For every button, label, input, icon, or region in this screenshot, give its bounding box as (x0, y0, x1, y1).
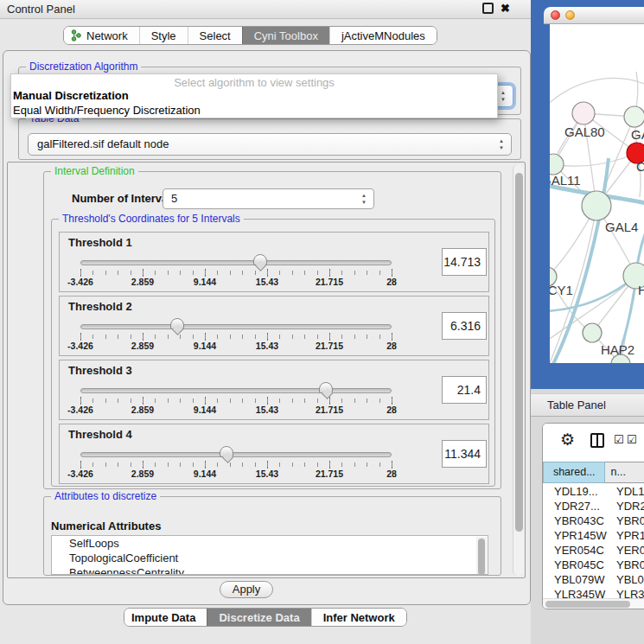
threshold-2-slider-track[interactable] (80, 324, 392, 329)
algorithm-dropdown-popup: Select algorithm to view settings Manual… (10, 73, 498, 118)
table-panel-title: Table Panel (547, 399, 606, 411)
tab-infer-network[interactable]: Infer Network (311, 609, 406, 626)
table-data-group: Table Data galFiltered.sif default node … (18, 118, 521, 160)
threshold-1-box: Threshold 1 -3.426 2.859 9.144 15.43 21.… (59, 232, 489, 292)
tab-jactivemnodules[interactable]: jActiveMNodules (329, 27, 437, 44)
network-icon (71, 29, 81, 41)
table-row[interactable]: YDR27...YDR2 (543, 499, 644, 513)
threshold-2-slider-thumb[interactable] (170, 318, 184, 329)
interval-definition-group: Interval Definition Number of Intervals … (43, 171, 501, 489)
table-panel-titlebar: Table Panel (531, 393, 644, 417)
node-label-partial: C (636, 159, 644, 174)
list-scrollbar[interactable] (476, 537, 487, 575)
threshold-3-slider-thumb[interactable] (319, 382, 333, 393)
threshold-4-box: Threshold 4 -3.426 2.859 9.144 15.43 21.… (59, 424, 489, 484)
threshold-4-slider-thumb[interactable] (220, 446, 233, 457)
numerical-attributes-list[interactable]: SelfLoops TopologicalCoefficient Between… (51, 535, 488, 575)
panel-title: Control Panel (7, 3, 75, 16)
list-item[interactable]: SelfLoops (52, 536, 488, 551)
node-label-gcy1: GCY1 (550, 283, 573, 297)
top-tab-bar: Network Style Select Cyni Toolbox jActiv… (63, 26, 437, 45)
threshold-3-box: Threshold 3 -3.426 2.859 9.144 15.43 21.… (59, 360, 489, 420)
threshold-2-value-field[interactable]: 6.316 (442, 312, 487, 340)
network-view-window: GAL80 GA C GAL11 GAL4 GCY1 H HAP2 (531, 0, 644, 389)
num-intervals-label: Number of Intervals (72, 192, 177, 205)
table-horizontal-scrollbar[interactable] (543, 598, 644, 609)
columns-icon[interactable] (590, 433, 604, 448)
thresholds-group: Threshold's Coordinates for 5 Intervals … (51, 219, 495, 487)
tab-discretize-data[interactable]: Discretize Data (207, 609, 310, 626)
threshold-label: Threshold 2 (68, 300, 132, 313)
column-header-shared[interactable]: shared... (543, 462, 605, 483)
network-window-titlebar[interactable] (544, 7, 644, 24)
threshold-1-slider-thumb[interactable] (253, 254, 267, 265)
checkbox-icon[interactable]: ☑ (627, 433, 637, 446)
tab-network[interactable]: Network (64, 27, 139, 44)
threshold-3-value-field[interactable]: 21.4 (442, 376, 487, 404)
dropdown-placeholder: Select algorithm to view settings (11, 76, 497, 89)
node-gal4[interactable] (582, 191, 611, 220)
settings-scroll-area: Interval Definition Number of Intervals … (7, 162, 526, 578)
table-row[interactable]: YBR045CYBR0 (543, 558, 644, 572)
threshold-4-slider-track[interactable] (80, 452, 392, 457)
tab-style[interactable]: Style (139, 27, 188, 44)
table-row[interactable]: YPR145WYPR1 (543, 528, 644, 543)
float-window-icon[interactable] (482, 3, 494, 14)
node-label-partial: GA (631, 127, 644, 142)
slider-tick-labels: -3.426 2.859 9.144 15.43 21.715 28 (80, 469, 392, 481)
zoom-traffic-light-icon[interactable] (580, 10, 590, 20)
threshold-3-slider-track[interactable] (80, 388, 392, 393)
close-icon[interactable]: ✖ (501, 2, 510, 15)
numerical-attributes-title: Numerical Attributes (51, 520, 161, 532)
threshold-2-box: Threshold 2 -3.426 2.859 9.144 15.43 21.… (59, 296, 489, 356)
table-row[interactable]: YBR043CYBR0 (543, 513, 644, 528)
dropdown-option-equal-width[interactable]: Equal Width/Frequency Discretization (13, 104, 201, 117)
tab-select[interactable]: Select (188, 27, 242, 44)
tab-impute-data[interactable]: Impute Data (124, 609, 207, 626)
attributes-group: Attributes to discretize Numerical Attri… (43, 496, 501, 576)
slider-tick-labels: -3.426 2.859 9.144 15.43 21.715 28 (80, 277, 392, 289)
stepper-icons: ▲▼ (499, 137, 504, 151)
threshold-1-value-field[interactable]: 14.713 (442, 248, 487, 276)
threshold-label: Threshold 1 (68, 236, 132, 249)
node-label-gal11: GAL11 (550, 173, 581, 188)
table-data-combobox[interactable]: galFiltered.sif default node ▲▼ (28, 133, 512, 156)
num-intervals-spinner[interactable]: 5 ▲▼ (163, 188, 374, 209)
list-item[interactable]: BetweennessCentrality (52, 565, 488, 575)
node-label-hap2: HAP2 (601, 342, 634, 357)
table-row[interactable]: YER054CYER0 (543, 543, 644, 558)
minimize-traffic-light-icon[interactable] (565, 10, 575, 20)
stepper-icons: ▲▼ (501, 89, 506, 103)
node-top-right[interactable] (624, 106, 644, 127)
column-header-name[interactable]: n... (605, 462, 644, 483)
group-label: Interval Definition (51, 165, 138, 177)
bottom-tab-bar: Impute Data Discretize Data Infer Networ… (124, 608, 407, 627)
close-traffic-light-icon[interactable] (551, 10, 560, 20)
tab-cyni-toolbox[interactable]: Cyni Toolbox (242, 27, 329, 44)
combobox-value: galFiltered.sif default node (37, 137, 169, 150)
table-row[interactable]: YBL079WYBL0 (543, 572, 644, 587)
node-label-gal4: GAL4 (605, 220, 638, 234)
list-item[interactable]: TopologicalCoefficient (52, 551, 488, 565)
node-gal80[interactable] (572, 102, 595, 124)
threshold-label: Threshold 4 (68, 428, 132, 441)
checkbox-icon[interactable]: ☑ (614, 433, 624, 446)
tab-label: Network (86, 29, 128, 42)
group-label: Attributes to discretize (51, 490, 160, 502)
apply-button[interactable]: Apply (220, 581, 273, 598)
threshold-1-slider-track[interactable] (80, 260, 392, 265)
node-label-gal80: GAL80 (564, 124, 605, 139)
table-panel: ⚙ ☑ ☑ shared... n... YDL19...YDL1 YDR27.… (542, 423, 644, 609)
settings-vertical-scrollbar[interactable] (513, 164, 524, 576)
dropdown-option-manual[interactable]: Manual Discretization (13, 89, 129, 102)
node-hap2[interactable] (583, 323, 602, 342)
threshold-4-value-field[interactable]: 11.344 (442, 440, 487, 468)
table-row[interactable]: YDL19...YDL1 (543, 484, 644, 499)
group-label: Discretization Algorithm (26, 61, 141, 73)
threshold-label: Threshold 3 (68, 364, 132, 377)
gear-icon[interactable]: ⚙ (560, 430, 575, 450)
table-header-row: shared... n... (543, 462, 644, 483)
stepper-icons: ▲▼ (361, 192, 367, 206)
slider-tick-labels: -3.426 2.859 9.144 15.43 21.715 28 (80, 405, 392, 417)
network-canvas[interactable]: GAL80 GA C GAL11 GAL4 GCY1 H HAP2 (550, 24, 644, 363)
